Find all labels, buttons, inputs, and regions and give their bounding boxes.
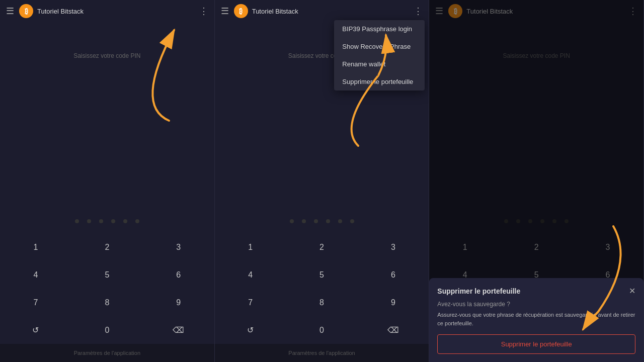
pin-dots-2 [215,219,429,233]
settings-label-1: Paramètres de l'application [74,350,140,356]
key-9[interactable]: 9 [357,289,429,316]
key-backspace[interactable]: ⌫ [143,316,214,344]
header-2: ☰ ₿ Tutoriel Bitstack ⋮ [215,0,429,22]
key-5[interactable]: 5 [286,261,358,289]
pin-label-1: Saisissez votre code PIN [0,52,214,59]
menu-icon-1[interactable]: ☰ [6,6,14,17]
dropdown-item-rename[interactable]: Rename wallet [334,55,425,73]
pin-dot [338,219,342,223]
dialog-overlay: Supprimer le portefeuille ✕ Avez-vous la… [429,0,643,362]
key-8[interactable]: 8 [71,289,143,316]
key-backspace[interactable]: ⌫ [357,316,429,344]
pin-dot [111,219,115,223]
key-9[interactable]: 9 [143,289,214,316]
bottom-bar-2[interactable]: Paramètres de l'application [215,344,429,362]
pin-dot [75,219,79,223]
dropdown-item-delete[interactable]: Supprimer le portefeuille [334,73,425,90]
app-title-2: Tutoriel Bitstack [252,8,414,15]
pin-dot [326,219,330,223]
key-6[interactable]: 6 [357,261,429,289]
dialog-body: Assurez-vous que votre phrase de récupér… [437,311,635,327]
more-dots-icon-2[interactable]: ⋮ [414,6,423,17]
dropdown-item-recovery[interactable]: Show Recovery Phrase [334,38,425,55]
pin-dot [350,219,354,223]
delete-wallet-button[interactable]: Supprimer le portefeuille [437,334,635,354]
pin-dot [123,219,127,223]
dialog-title: Supprimer le portefeuille [437,287,520,295]
delete-wallet-dialog: Supprimer le portefeuille ✕ Avez-vous la… [429,278,643,362]
pin-dots-1 [0,219,214,233]
bitcoin-icon-2: ₿ [234,4,248,18]
panel-3: ☰ ₿ Tutoriel Bitstack ⋮ Saisissez votre … [429,0,644,362]
dialog-subtitle: Avez-vous la sauvegarde ? [437,301,635,308]
key-4[interactable]: 4 [0,261,71,289]
key-5[interactable]: 5 [71,261,143,289]
menu-icon-2[interactable]: ☰ [221,6,229,17]
close-icon[interactable]: ✕ [629,286,635,296]
numpad-1: 1 2 3 4 5 6 7 8 9 ↺ 0 ⌫ [0,233,214,344]
key-0[interactable]: 0 [286,316,358,344]
pin-dot [290,219,294,223]
key-reset[interactable]: ↺ [215,316,286,344]
bottom-bar-1[interactable]: Paramètres de l'application [0,344,214,362]
key-7[interactable]: 7 [0,289,71,316]
panel-2: ☰ ₿ Tutoriel Bitstack ⋮ Saisissez votre … [215,0,430,362]
key-2[interactable]: 2 [71,233,143,261]
pin-dot [314,219,318,223]
key-reset[interactable]: ↺ [0,316,71,344]
key-7[interactable]: 7 [215,289,286,316]
dropdown-menu: BIP39 Passphrase login Show Recovery Phr… [334,20,425,90]
key-8[interactable]: 8 [286,289,358,316]
settings-label-2: Paramètres de l'application [288,350,355,356]
pin-dot [135,219,139,223]
key-1[interactable]: 1 [0,233,71,261]
app-title-1: Tutoriel Bitstack [37,8,199,15]
header-1: ☰ ₿ Tutoriel Bitstack ⋮ [0,0,214,22]
key-2[interactable]: 2 [286,233,358,261]
pin-dot [99,219,103,223]
key-3[interactable]: 3 [357,233,429,261]
dropdown-item-bip39[interactable]: BIP39 Passphrase login [334,20,425,38]
more-dots-icon-1[interactable]: ⋮ [199,6,208,17]
numpad-2: 1 2 3 4 5 6 7 8 9 ↺ 0 ⌫ [215,233,429,344]
panel-1: ☰ ₿ Tutoriel Bitstack ⋮ Saisissez votre … [0,0,215,362]
key-6[interactable]: 6 [143,261,214,289]
pin-dot [87,219,91,223]
key-1[interactable]: 1 [215,233,286,261]
key-4[interactable]: 4 [215,261,286,289]
key-0[interactable]: 0 [71,316,143,344]
pin-dot [302,219,306,223]
dialog-header: Supprimer le portefeuille ✕ [437,286,635,296]
key-3[interactable]: 3 [143,233,214,261]
bitcoin-icon-1: ₿ [19,4,33,18]
